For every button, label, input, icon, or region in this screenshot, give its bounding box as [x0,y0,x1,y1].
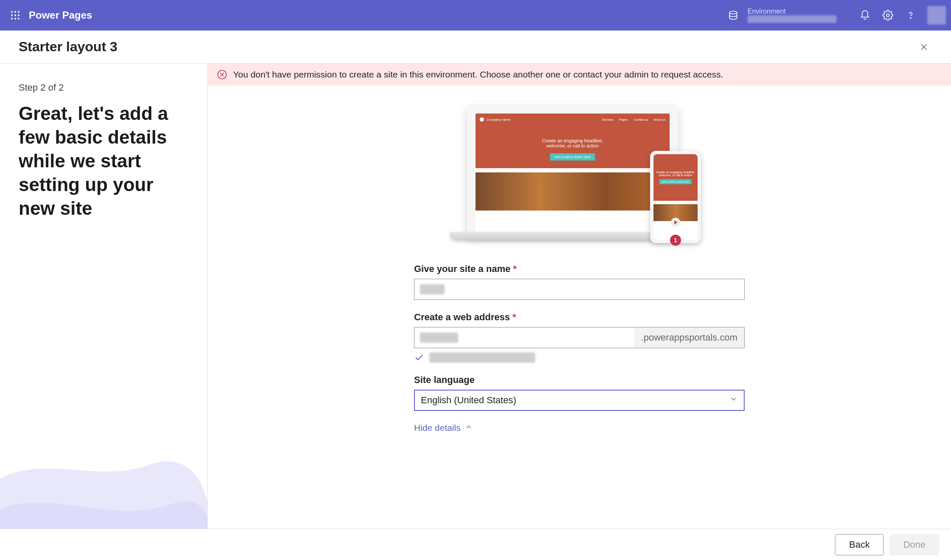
svg-point-5 [18,14,19,16]
error-icon [217,69,227,80]
preview-nav-item: Contact us [634,118,648,121]
back-button[interactable]: Back [835,534,884,555]
app-title: Power Pages [29,9,92,21]
step-indicator: Step 2 of 2 [19,82,189,93]
settings-gear-icon[interactable] [876,4,899,27]
preview-phone-hero2: welcome, or call to action [659,174,692,177]
svg-point-3 [11,14,13,16]
sidebar: Step 2 of 2 Great, let's add a few basic… [0,64,208,529]
done-button: Done [890,534,939,555]
preview-phone-hero1: Create an engaging headline, [656,171,695,174]
address-validation [414,352,745,363]
topbar: Power Pages Environment [0,0,951,30]
environment-label: Environment [748,8,837,15]
preview-phone-cta: Add a call to action here [659,179,692,184]
preview-hero-line2: welcome, or call to action [546,143,599,148]
site-language-label: Site language [414,374,745,385]
preview-nav-item: Pages [619,118,628,121]
help-icon[interactable] [899,4,922,27]
form: Give your site a name* Create a web addr… [414,263,745,433]
site-language-select[interactable]: English (United States) [414,390,745,411]
page-title: Starter layout 3 [19,39,117,55]
preview-nav-item: About us [653,118,665,121]
preview-badge: 1 [670,235,681,246]
site-language-value: English (United States) [421,395,516,406]
site-name-label: Give your site a name* [414,263,745,274]
svg-point-8 [18,18,19,19]
svg-point-7 [14,18,16,19]
environment-value-redacted [748,15,837,23]
site-name-input[interactable] [414,279,745,300]
svg-point-2 [18,11,19,13]
subheader: Starter layout 3 [0,30,951,64]
web-address-label: Create a web address* [414,312,745,323]
preview-cta: Add a call to action here [550,153,595,161]
svg-point-11 [910,18,911,19]
environment-selector[interactable]: Environment [748,8,837,23]
preview-nav-item: Services [602,118,613,121]
svg-point-10 [887,14,890,17]
environment-icon[interactable] [727,9,739,21]
chevron-down-icon [729,395,738,406]
hide-details-label: Hide details [414,423,461,433]
main-panel: You don't have permission to create a si… [208,64,951,529]
close-icon[interactable] [915,39,932,55]
address-suffix: .powerappsportals.com [634,327,745,348]
svg-point-4 [14,14,16,16]
error-banner: You don't have permission to create a si… [208,64,951,86]
preview-hero-line1: Create an engaging headline, [542,138,603,143]
error-message: You don't have permission to create a si… [233,69,723,80]
sidebar-headline: Great, let's add a few basic details whi… [19,102,189,220]
hide-details-toggle[interactable]: Hide details [414,423,745,433]
preview-company: Company name [487,118,510,122]
svg-point-1 [14,11,16,13]
user-avatar[interactable] [927,6,946,25]
svg-point-9 [729,11,737,14]
chevron-up-icon [465,423,473,433]
svg-point-6 [11,18,13,19]
play-icon [671,218,680,227]
footer: Back Done [0,529,951,560]
decorative-wave [0,419,208,529]
app-launcher-icon[interactable] [5,5,25,25]
notifications-icon[interactable] [854,4,876,27]
site-preview: Company name Services Pages Contact us A… [450,103,709,251]
svg-point-0 [11,11,13,13]
